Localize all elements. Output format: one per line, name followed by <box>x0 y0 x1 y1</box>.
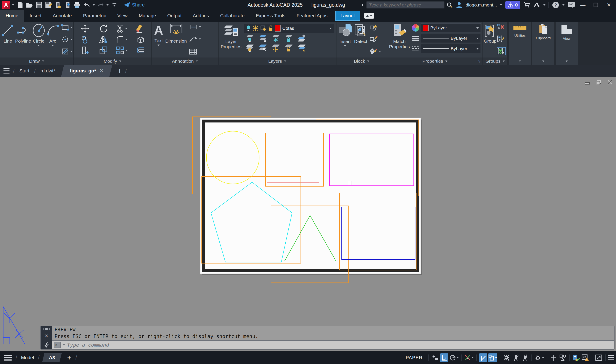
save-button[interactable] <box>36 1 43 9</box>
ribbon-tab-parametric[interactable]: Parametric <box>77 10 112 22</box>
layer-thaw-sun-icon[interactable] <box>252 25 259 31</box>
autodesk-menu-caret-icon[interactable] <box>543 4 546 6</box>
layout-tabs-menu-icon[interactable] <box>4 355 12 361</box>
fillet-icon[interactable] <box>116 36 124 43</box>
undo-history-caret-icon[interactable] <box>93 4 95 6</box>
offset-icon[interactable] <box>136 46 145 54</box>
detect-button[interactable]: Detect <box>354 22 368 57</box>
layer-unlock-icon[interactable] <box>268 25 273 31</box>
ribbon-tab-home[interactable]: Home <box>0 10 24 22</box>
ribbon-tab-annotate[interactable]: Annotate <box>47 10 77 22</box>
draw-panel-label[interactable]: Draw <box>0 57 73 65</box>
stretch-icon[interactable] <box>81 46 89 55</box>
ribbon-tab-layout[interactable]: Layout <box>335 11 360 21</box>
save-as-button[interactable] <box>45 1 52 9</box>
open-from-mobile-button[interactable] <box>55 1 62 9</box>
autocad-app-logo[interactable]: A <box>2 1 10 9</box>
move-icon[interactable] <box>81 25 89 33</box>
annotation-visibility-toggle[interactable] <box>512 353 520 362</box>
array-dropdown-caret-icon[interactable] <box>125 50 127 51</box>
object-snap-toggle[interactable] <box>488 353 497 362</box>
layer-viewport-freeze-icon[interactable] <box>260 25 266 31</box>
rotate-icon[interactable] <box>99 25 108 33</box>
file-tab-close-icon[interactable]: ✕ <box>99 68 103 74</box>
layer-match-button[interactable] <box>297 44 306 52</box>
layer-select-combo[interactable]: Cotas <box>244 24 334 33</box>
mirror-icon[interactable] <box>99 36 108 44</box>
circle-button[interactable]: Circle <box>32 22 45 57</box>
layer-off-button[interactable] <box>245 35 254 42</box>
undo-button[interactable] <box>83 1 90 9</box>
layer-on-button[interactable] <box>245 44 254 52</box>
app-menu-caret-icon[interactable] <box>12 4 14 6</box>
isometric-drafting-caret-icon[interactable] <box>471 357 474 358</box>
erase-icon[interactable] <box>136 25 145 33</box>
ungroup-button[interactable] <box>497 24 506 30</box>
workspace-caret-icon[interactable] <box>542 357 544 358</box>
command-input-placeholder[interactable]: Type a command <box>67 342 109 348</box>
workspace-settings-button[interactable] <box>534 353 544 362</box>
ribbon-tab-addins[interactable]: Add-ins <box>187 10 215 22</box>
save-to-mobile-button[interactable] <box>64 1 71 9</box>
arc-dropdown-caret-icon[interactable] <box>52 45 54 46</box>
snap-mode-toggle[interactable] <box>431 353 439 362</box>
cart-icon[interactable] <box>523 2 530 8</box>
autodesk-logo-icon[interactable] <box>533 2 540 8</box>
object-snap-caret-icon[interactable] <box>495 357 497 358</box>
line-button[interactable]: Line <box>1 22 14 57</box>
command-prompt-icon[interactable]: >_ <box>54 342 61 348</box>
polar-tracking-toggle[interactable] <box>449 353 459 362</box>
layer-thaw-button[interactable] <box>271 44 280 52</box>
search-icon[interactable] <box>447 2 453 8</box>
command-input-row[interactable]: >_ Type a command <box>52 341 614 349</box>
file-tab-start[interactable]: Start <box>18 68 30 74</box>
array-icon[interactable] <box>116 46 124 54</box>
text-dropdown-caret-icon[interactable] <box>158 45 160 46</box>
lineweight-icon[interactable] <box>412 36 419 41</box>
fillet-dropdown-caret-icon[interactable] <box>125 39 127 40</box>
file-tabs-menu-icon[interactable] <box>3 68 10 74</box>
user-menu-caret-icon[interactable] <box>500 4 502 6</box>
ortho-mode-toggle[interactable] <box>440 353 448 362</box>
feedback-icon[interactable] <box>568 1 575 8</box>
leader-caret-icon[interactable] <box>199 39 201 40</box>
insert-block-button[interactable]: Insert <box>338 22 352 57</box>
group-selection-toggle-button[interactable] <box>497 47 506 55</box>
file-tab-figuras-go[interactable]: figuras_go* ✕ <box>61 65 112 77</box>
new-drawing-tab-button[interactable]: + <box>118 67 122 75</box>
ribbon-tab-express-tools[interactable]: Express Tools <box>250 10 291 22</box>
layout-tab-a3[interactable]: A3 <box>42 353 62 362</box>
panel-view[interactable]: View <box>556 22 578 65</box>
dock-close-icon[interactable]: ✕ <box>45 333 48 339</box>
utilities-panel-caret[interactable] <box>509 57 531 65</box>
explode-icon[interactable] <box>136 35 145 44</box>
trim-dropdown-caret-icon[interactable] <box>125 28 127 29</box>
properties-panel-label[interactable]: Properties ⇘ <box>387 57 482 65</box>
block-panel-label[interactable]: Block <box>336 57 387 65</box>
linetype-icon[interactable] <box>412 46 419 52</box>
panel-clipboard[interactable]: Clipboard <box>532 22 554 65</box>
ribbon-tab-output[interactable]: Output <box>162 10 187 22</box>
quick-properties-toggle[interactable] <box>559 353 567 362</box>
rectangle-tool-button[interactable] <box>61 24 73 31</box>
plot-button[interactable] <box>74 1 81 9</box>
new-file-button[interactable] <box>16 1 24 9</box>
ellipse-dropdown-caret-icon[interactable] <box>70 39 73 40</box>
group-button[interactable]: Group <box>484 22 496 57</box>
minimize-button[interactable]: — <box>578 0 588 10</box>
redo-button[interactable] <box>97 1 104 9</box>
clipboard-panel-caret[interactable] <box>532 57 554 65</box>
command-line-dock[interactable]: ✕ PREVIEW Press ESC or ENTER to exit, or… <box>41 326 615 350</box>
attributes-dropdown-caret-icon[interactable] <box>379 51 381 52</box>
customization-menu-icon[interactable] <box>608 355 614 360</box>
search-input[interactable] <box>367 1 444 8</box>
group-edit-button[interactable] <box>497 36 506 42</box>
annotation-monitor-button[interactable] <box>572 353 580 362</box>
object-snap-tracking-toggle[interactable] <box>479 353 487 362</box>
view-panel-caret[interactable] <box>556 57 578 65</box>
hatch-tool-button[interactable] <box>61 48 73 55</box>
layer-isolate-button[interactable] <box>258 35 267 42</box>
insert-dropdown-caret-icon[interactable] <box>344 45 346 47</box>
linear-dimension-caret-icon[interactable] <box>199 26 201 28</box>
properties-panel-launcher-icon[interactable]: ⇘ <box>478 59 481 64</box>
